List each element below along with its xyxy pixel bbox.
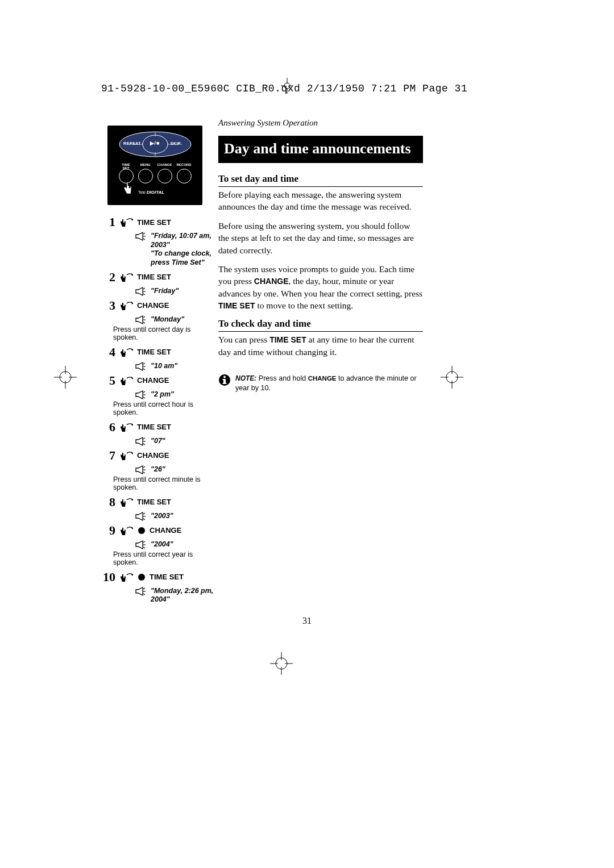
svg-line-33 bbox=[143, 288, 145, 289]
step-number: 3 bbox=[103, 298, 115, 313]
speaker-icon bbox=[135, 315, 146, 324]
breadcrumb: Answering System Operation bbox=[218, 118, 423, 128]
step-instruction: Press until correct hour is spoken. bbox=[113, 400, 217, 416]
tap-icon bbox=[119, 496, 134, 508]
p4a: You can press bbox=[218, 335, 269, 344]
note-text: NOTE: Press and hold CHANGE to advance t… bbox=[235, 374, 423, 393]
step-number: 9 bbox=[103, 523, 115, 538]
svg-line-70 bbox=[143, 547, 145, 548]
svg-line-38 bbox=[143, 316, 145, 318]
crop-mark-right bbox=[441, 366, 463, 389]
speaker-icon bbox=[135, 362, 146, 371]
voice-text: "2 pm" bbox=[151, 390, 174, 399]
brand-main: DIGITAL bbox=[147, 190, 164, 195]
svg-line-30 bbox=[143, 239, 145, 240]
step-9: 9CHANGE"2004"Press until correct year is… bbox=[103, 523, 217, 566]
svg-marker-47 bbox=[136, 391, 143, 399]
speaker-icon bbox=[135, 512, 146, 521]
subhead-check: To check day and time bbox=[218, 318, 423, 332]
svg-line-35 bbox=[143, 294, 145, 295]
step-2: 2TIME SET"Friday" bbox=[103, 270, 217, 296]
speaker-icon bbox=[135, 465, 146, 474]
subhead-set: To set day and time bbox=[218, 173, 423, 187]
stop-dot-icon bbox=[138, 527, 145, 534]
voice-text: "2003" bbox=[151, 512, 173, 521]
svg-marker-62 bbox=[136, 512, 143, 520]
step-head: 1TIME SET bbox=[103, 215, 217, 229]
note-row: NOTE: Press and hold CHANGE to advance t… bbox=[218, 374, 423, 393]
speaker-icon bbox=[135, 232, 146, 241]
info-icon bbox=[218, 374, 231, 386]
tap-icon bbox=[119, 450, 134, 461]
para-4: You can press TIME SET at any time to he… bbox=[218, 333, 423, 358]
svg-line-50 bbox=[143, 397, 145, 398]
step-head: 2TIME SET bbox=[103, 270, 217, 285]
para-2: Before using the answering system, you s… bbox=[218, 220, 423, 256]
btn-record bbox=[177, 169, 192, 183]
step-head: 8TIME SET bbox=[103, 495, 217, 510]
step-head: 10TIME SET bbox=[103, 570, 217, 585]
note-b: CHANGE bbox=[308, 375, 337, 382]
svg-marker-57 bbox=[136, 466, 143, 474]
voice-text: "07" bbox=[151, 437, 165, 446]
step-number: 6 bbox=[103, 420, 115, 435]
svg-marker-72 bbox=[136, 587, 143, 595]
para-1: Before playing each message, the answeri… bbox=[218, 189, 423, 213]
step-head: 7CHANGE bbox=[103, 448, 217, 463]
step-8: 8TIME SET"2003" bbox=[103, 495, 217, 521]
tap-icon bbox=[119, 422, 134, 433]
step-head: 5CHANGE bbox=[103, 373, 217, 388]
p4b: TIME SET bbox=[269, 335, 306, 344]
note-label: NOTE: bbox=[235, 374, 256, 382]
voice-text: "Monday, 2:26 pm, 2004" bbox=[151, 587, 217, 604]
svg-line-63 bbox=[143, 513, 145, 514]
svg-line-58 bbox=[143, 466, 145, 468]
step-number: 7 bbox=[103, 448, 115, 463]
btn-change bbox=[157, 169, 172, 183]
p3d: TIME SET bbox=[218, 301, 255, 310]
page-number: 31 bbox=[302, 616, 312, 626]
stop-dot-icon bbox=[138, 574, 145, 581]
tap-icon bbox=[119, 216, 134, 228]
step-number: 4 bbox=[103, 345, 115, 360]
content-column: Answering System Operation Day and time … bbox=[218, 118, 423, 393]
step-button-label: CHANGE bbox=[150, 526, 181, 535]
svg-line-65 bbox=[143, 519, 145, 520]
step-number: 8 bbox=[103, 495, 115, 510]
oval-label-skip: SKIP bbox=[171, 141, 181, 145]
voice-text: "Friday, 10:07 am, 2003""To change clock… bbox=[151, 232, 217, 268]
tap-icon bbox=[119, 300, 134, 311]
voice-line: "2003" bbox=[135, 512, 217, 521]
voice-line: "Friday, 10:07 am, 2003""To change clock… bbox=[135, 232, 217, 268]
step-button-label: TIME SET bbox=[137, 348, 171, 356]
step-button-label: CHANGE bbox=[137, 376, 169, 385]
speaker-icon bbox=[135, 437, 146, 446]
tap-icon bbox=[119, 571, 134, 583]
step-7: 7CHANGE"26"Press until correct minute is… bbox=[103, 448, 217, 491]
voice-text: "2004" bbox=[151, 540, 173, 549]
step-button-label: TIME SET bbox=[137, 423, 171, 431]
brand-label: TeleDIGITAL bbox=[138, 190, 164, 195]
step-button-label: CHANGE bbox=[137, 301, 169, 310]
svg-marker-32 bbox=[136, 287, 143, 295]
note-a: Press and hold bbox=[256, 374, 308, 382]
tap-icon bbox=[119, 272, 134, 283]
tap-icon bbox=[119, 375, 134, 386]
svg-line-45 bbox=[143, 369, 145, 370]
voice-text: "26" bbox=[151, 465, 165, 474]
step-head: 4TIME SET bbox=[103, 345, 217, 360]
svg-point-77 bbox=[223, 376, 226, 378]
para-3: The system uses voice prompts to guide y… bbox=[218, 263, 423, 312]
voice-line: "26" bbox=[135, 465, 217, 474]
tap-icon bbox=[119, 525, 134, 536]
svg-rect-80 bbox=[223, 383, 227, 384]
voice-line: "2004" bbox=[135, 540, 217, 549]
step-head: 6TIME SET bbox=[103, 420, 217, 435]
voice-line: "2 pm" bbox=[135, 390, 217, 399]
step-1: 1TIME SET"Friday, 10:07 am, 2003""To cha… bbox=[103, 215, 217, 268]
speaker-icon bbox=[135, 540, 146, 549]
step-5: 5CHANGE"2 pm"Press until correct hour is… bbox=[103, 373, 217, 416]
pointer-hand-icon bbox=[122, 181, 134, 198]
btn-menu bbox=[138, 169, 153, 183]
step-10: 10TIME SET"Monday, 2:26 pm, 2004" bbox=[103, 570, 217, 604]
